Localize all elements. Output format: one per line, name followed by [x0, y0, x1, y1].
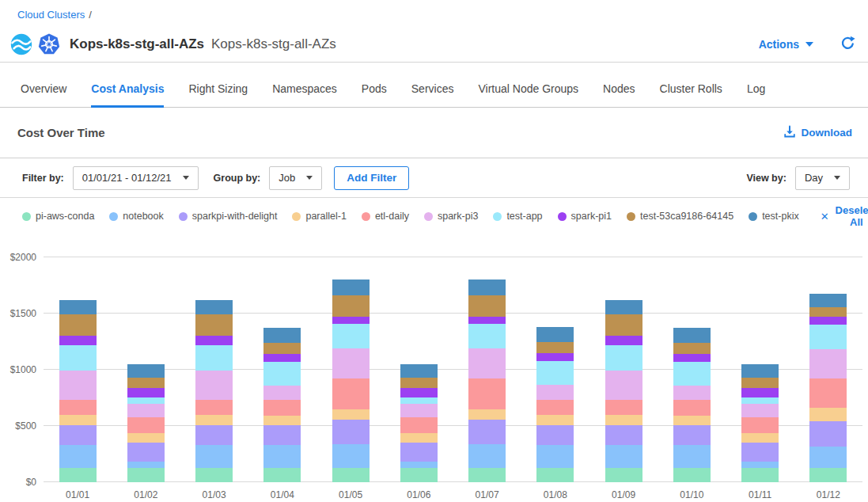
bar-segment-test-pkix[interactable] [195, 300, 233, 314]
bar-segment-sparkpi-with-delight[interactable] [59, 425, 97, 445]
deselect-all-button[interactable]: ✕ Deselect All [821, 204, 868, 228]
bar-segment-notebook[interactable] [400, 462, 438, 467]
legend-item-sparkpi-with-delight[interactable]: sparkpi-with-delight [179, 211, 278, 222]
bar-segment-spark-pi3[interactable] [536, 385, 574, 399]
bar-segment-test-app[interactable] [400, 397, 438, 404]
bar-segment-spark-pi3[interactable] [468, 348, 506, 378]
bar-segment-spark-pi1[interactable] [59, 336, 97, 344]
stacked-bar-01/04[interactable] [263, 257, 301, 482]
stacked-bar-01/10[interactable] [673, 257, 711, 482]
bar-segment-notebook[interactable] [59, 445, 97, 467]
bar-segment-sparkpi-with-delight[interactable] [332, 420, 370, 445]
bar-segment-test-53ca9186-64145[interactable] [263, 343, 301, 354]
bar-segment-test-app[interactable] [195, 345, 233, 371]
bar-segment-sparkpi-with-delight[interactable] [468, 420, 506, 445]
bar-segment-parallel-1[interactable] [468, 409, 506, 420]
bar-segment-pi-aws-conda[interactable] [332, 468, 370, 482]
bar-segment-sparkpi-with-delight[interactable] [127, 443, 165, 462]
bar-segment-test-app[interactable] [605, 345, 642, 371]
bar-segment-test-53ca9186-64145[interactable] [605, 314, 642, 337]
stacked-bar-01/05[interactable] [332, 257, 370, 482]
bar-segment-notebook[interactable] [468, 444, 506, 467]
bar-segment-spark-pi1[interactable] [400, 388, 438, 397]
bar-segment-parallel-1[interactable] [741, 433, 779, 443]
bar-segment-test-pkix[interactable] [673, 328, 711, 343]
bar-segment-spark-pi3[interactable] [59, 371, 97, 400]
bar-segment-test-app[interactable] [468, 324, 506, 348]
bar-segment-test-app[interactable] [673, 362, 711, 386]
bar-segment-parallel-1[interactable] [195, 415, 233, 425]
legend-item-test-53ca9186-64145[interactable]: test-53ca9186-64145 [627, 211, 733, 222]
bar-segment-etl-daily[interactable] [59, 400, 97, 415]
stacked-bar-01/03[interactable] [195, 257, 233, 482]
bar-segment-parallel-1[interactable] [605, 415, 642, 425]
bar-segment-pi-aws-conda[interactable] [127, 468, 165, 482]
bar-segment-sparkpi-with-delight[interactable] [263, 425, 301, 445]
bar-segment-notebook[interactable] [809, 447, 847, 468]
bar-segment-test-pkix[interactable] [263, 328, 301, 343]
bar-segment-notebook[interactable] [263, 445, 301, 467]
bar-segment-etl-daily[interactable] [468, 378, 506, 409]
bar-segment-parallel-1[interactable] [127, 433, 165, 443]
bar-segment-pi-aws-conda[interactable] [400, 468, 438, 482]
stacked-bar-01/01[interactable] [59, 257, 97, 482]
bar-segment-test-53ca9186-64145[interactable] [332, 295, 370, 317]
bar-segment-test-53ca9186-64145[interactable] [741, 378, 779, 388]
bar-segment-test-pkix[interactable] [536, 327, 574, 342]
bar-segment-notebook[interactable] [536, 445, 574, 467]
bar-segment-test-app[interactable] [127, 397, 165, 404]
bar-segment-test-53ca9186-64145[interactable] [673, 343, 711, 354]
bar-segment-etl-daily[interactable] [809, 378, 847, 408]
bar-segment-sparkpi-with-delight[interactable] [741, 443, 779, 462]
bar-segment-pi-aws-conda[interactable] [809, 468, 847, 482]
stacked-bar-01/09[interactable] [605, 257, 642, 482]
tab-cost-analysis[interactable]: Cost Analysis [91, 82, 164, 107]
bar-segment-notebook[interactable] [195, 445, 233, 467]
bar-segment-pi-aws-conda[interactable] [263, 468, 301, 482]
legend-item-test-pkix[interactable]: test-pkix [749, 211, 799, 222]
bar-segment-spark-pi3[interactable] [263, 386, 301, 400]
legend-item-notebook[interactable]: notebook [109, 211, 163, 222]
tab-cluster-rolls[interactable]: Cluster Rolls [660, 82, 722, 107]
bar-segment-test-app[interactable] [332, 324, 370, 348]
bar-segment-test-53ca9186-64145[interactable] [127, 378, 165, 388]
bar-segment-test-app[interactable] [59, 345, 97, 371]
stacked-bar-01/07[interactable] [468, 257, 506, 482]
bar-segment-spark-pi1[interactable] [741, 388, 779, 397]
bar-segment-pi-aws-conda[interactable] [59, 468, 97, 482]
bar-segment-spark-pi1[interactable] [809, 317, 847, 325]
tab-virtual-node-groups[interactable]: Virtual Node Groups [478, 82, 578, 107]
bar-segment-etl-daily[interactable] [536, 400, 574, 415]
bar-segment-test-pkix[interactable] [741, 364, 779, 378]
bar-segment-test-pkix[interactable] [332, 280, 370, 295]
bar-segment-parallel-1[interactable] [263, 416, 301, 426]
bar-segment-sparkpi-with-delight[interactable] [400, 443, 438, 462]
view-by-select[interactable]: Day [795, 166, 850, 190]
bar-segment-notebook[interactable] [605, 445, 642, 467]
bar-segment-sparkpi-with-delight[interactable] [195, 425, 233, 445]
tab-overview[interactable]: Overview [21, 82, 66, 107]
legend-item-spark-pi1[interactable]: spark-pi1 [558, 211, 612, 222]
bar-segment-notebook[interactable] [332, 444, 370, 467]
refresh-button[interactable] [840, 36, 855, 53]
bar-segment-etl-daily[interactable] [263, 400, 301, 415]
bar-segment-spark-pi3[interactable] [605, 371, 642, 400]
bar-segment-etl-daily[interactable] [127, 417, 165, 433]
download-button[interactable]: Download [783, 125, 853, 140]
add-filter-button[interactable]: Add Filter [334, 166, 409, 190]
bar-segment-test-53ca9186-64145[interactable] [59, 314, 97, 337]
tab-namespaces[interactable]: Namespaces [272, 82, 337, 107]
bar-segment-spark-pi3[interactable] [673, 386, 711, 400]
stacked-bar-01/06[interactable] [400, 257, 438, 482]
bar-segment-spark-pi3[interactable] [332, 348, 370, 378]
bar-segment-spark-pi3[interactable] [400, 404, 438, 418]
bar-segment-test-53ca9186-64145[interactable] [468, 295, 506, 317]
bar-segment-pi-aws-conda[interactable] [673, 468, 711, 482]
bar-segment-spark-pi1[interactable] [673, 354, 711, 362]
bar-segment-spark-pi1[interactable] [195, 336, 233, 344]
bar-segment-notebook[interactable] [673, 445, 711, 467]
bar-segment-parallel-1[interactable] [332, 409, 370, 420]
group-by-select[interactable]: Job [269, 166, 322, 190]
bar-segment-pi-aws-conda[interactable] [605, 468, 642, 482]
breadcrumb-link-cloud-clusters[interactable]: Cloud Clusters [17, 9, 85, 21]
